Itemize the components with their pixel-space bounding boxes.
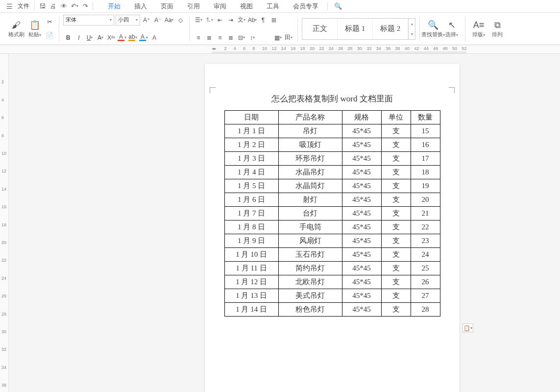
shrink-font-icon[interactable]: A⁻ [153, 15, 163, 25]
superscript-icon[interactable]: X²▾ [106, 32, 116, 43]
column-header[interactable]: 规格 [342, 111, 381, 124]
bullets-icon[interactable]: ☰▾ [194, 15, 203, 25]
tab-insert[interactable]: 插入 [127, 0, 154, 13]
align-left-icon[interactable]: ≡ [194, 32, 203, 43]
table-cell[interactable]: 19 [411, 179, 440, 193]
style-heading1[interactable]: 标题 1 [338, 19, 373, 39]
table-cell[interactable]: 水晶吊灯 [278, 166, 342, 179]
style-heading2[interactable]: 标题 2 [373, 19, 408, 39]
table-cell[interactable]: 16 [411, 138, 440, 152]
table-row[interactable]: 1 月 12 日北欧吊灯45*45支26 [224, 275, 440, 289]
table-cell[interactable]: 20 [411, 193, 440, 207]
arrange-button[interactable]: ⧉ 排列 [488, 19, 507, 38]
table-cell[interactable]: 环形吊灯 [278, 152, 342, 166]
table-cell[interactable]: 18 [411, 166, 440, 179]
table-cell[interactable]: 支 [381, 179, 411, 193]
show-marks-icon[interactable]: ¶ [258, 15, 268, 25]
column-header[interactable]: 单位 [381, 111, 411, 124]
styles-more[interactable]: ▴▾ [408, 19, 415, 39]
table-cell[interactable]: 45*45 [342, 124, 381, 138]
bold-icon[interactable]: B [63, 32, 73, 43]
redo-icon[interactable]: ↷ [80, 1, 91, 12]
table-cell[interactable]: 支 [381, 248, 411, 262]
style-body[interactable]: 正文 [302, 19, 338, 39]
table-cell[interactable]: 45*45 [342, 220, 381, 234]
table-cell[interactable]: 17 [411, 152, 440, 166]
table-header-row[interactable]: 日期 产品名称 规格 单位 数量 [224, 111, 440, 124]
save-icon[interactable]: 🖫 [37, 1, 48, 12]
table-cell[interactable]: 23 [411, 234, 440, 248]
tab-reference[interactable]: 引用 [180, 0, 207, 13]
table-cell[interactable]: 45*45 [342, 138, 381, 152]
table-cell[interactable]: 支 [381, 166, 411, 179]
table-cell[interactable]: 45*45 [342, 179, 381, 193]
borders-icon[interactable]: 田▾ [284, 32, 293, 43]
font-size-select[interactable]: 小四▾ [116, 15, 140, 25]
table-cell[interactable]: 45*45 [342, 207, 381, 220]
align-right-icon[interactable]: ≡ [215, 32, 225, 43]
hamburger-icon[interactable]: ☰ [4, 1, 15, 12]
table-cell[interactable]: 美式吊灯 [278, 289, 342, 303]
table-cell[interactable]: 吊灯 [278, 124, 342, 138]
table-cell[interactable]: 支 [381, 262, 411, 275]
italic-icon[interactable]: I [74, 32, 84, 43]
table-row[interactable]: 1 月 2 日吸顶灯45*45支16 [224, 138, 440, 152]
distribute-icon[interactable]: ⊟▾ [237, 32, 246, 43]
table-cell[interactable]: 支 [381, 234, 411, 248]
table-cell[interactable]: 吸顶灯 [278, 138, 342, 152]
undo-icon[interactable]: ↶▾ [69, 1, 80, 12]
table-cell[interactable]: 支 [381, 303, 411, 317]
align-justify-icon[interactable]: ≣ [226, 32, 236, 43]
table-cell[interactable]: 45*45 [342, 166, 381, 179]
align-center-icon[interactable]: ≣ [204, 32, 214, 43]
table-cell[interactable]: 22 [411, 220, 440, 234]
table-cell[interactable]: 支 [381, 207, 411, 220]
table-cell[interactable]: 1 月 5 日 [224, 179, 278, 193]
table-row[interactable]: 1 月 13 日美式吊灯45*45支27 [224, 289, 440, 303]
table-cell[interactable]: 45*45 [342, 193, 381, 207]
table-row[interactable]: 1 月 6 日射灯45*45支20 [224, 193, 440, 207]
table-cell[interactable]: 支 [381, 138, 411, 152]
copy-icon[interactable]: 📄 [44, 30, 55, 41]
change-case-icon[interactable]: Aa▾ [164, 15, 174, 25]
table-cell[interactable]: 1 月 8 日 [224, 220, 278, 234]
table-cell[interactable]: 射灯 [278, 193, 342, 207]
sort-icon[interactable]: Ab▾ [247, 15, 257, 25]
tab-page[interactable]: 页面 [154, 0, 180, 13]
char-shading-icon[interactable]: A▾ [139, 32, 148, 43]
tab-tools[interactable]: 工具 [260, 0, 286, 13]
table-row[interactable]: 1 月 5 日水晶筒灯45*45支19 [224, 179, 440, 193]
paste-button[interactable]: 📋 粘贴▾ [25, 19, 44, 38]
table-cell[interactable]: 1 月 14 日 [224, 303, 278, 317]
table-cell[interactable]: 玉石吊灯 [278, 248, 342, 262]
vertical-ruler[interactable]: 246810121416182022242628303234363840 [0, 54, 9, 392]
tabs-icon[interactable]: ⊞ [269, 15, 279, 25]
table-row[interactable]: 1 月 11 日简约吊灯45*45支25 [224, 262, 440, 275]
table-cell[interactable]: 台灯 [278, 207, 342, 220]
table-cell[interactable]: 粉色吊灯 [278, 303, 342, 317]
table-cell[interactable]: 1 月 7 日 [224, 207, 278, 220]
font-name-select[interactable]: 宋体▾ [63, 15, 114, 25]
print-icon[interactable]: 🖨 [48, 1, 58, 12]
select-button[interactable]: ↖ 选择▾ [442, 19, 461, 38]
table-cell[interactable]: 支 [381, 275, 411, 289]
tab-start[interactable]: 开始 [101, 0, 127, 13]
find-replace-button[interactable]: 🔍 查找替换▾ [424, 19, 442, 38]
table-row[interactable]: 1 月 14 日粉色吊灯45*45支28 [224, 303, 440, 317]
line-spacing-icon[interactable]: ↕▾ [247, 32, 257, 43]
table-cell[interactable]: 风扇灯 [278, 234, 342, 248]
table-row[interactable]: 1 月 4 日水晶吊灯45*45支18 [224, 166, 440, 179]
table-cell[interactable]: 水晶筒灯 [278, 179, 342, 193]
table-cell[interactable]: 简约吊灯 [278, 262, 342, 275]
column-header[interactable]: 产品名称 [278, 111, 342, 124]
decrease-indent-icon[interactable]: ⇤ [215, 15, 225, 25]
table-cell[interactable]: 1 月 10 日 [224, 248, 278, 262]
table-cell[interactable]: 26 [411, 275, 440, 289]
numbering-icon[interactable]: ⒈▾ [204, 15, 214, 25]
table-cell[interactable]: 45*45 [342, 303, 381, 317]
paste-options-icon[interactable]: 📋▾ [463, 323, 473, 332]
table-cell[interactable]: 15 [411, 124, 440, 138]
char-border-icon[interactable]: A [149, 32, 159, 43]
table-cell[interactable]: 1 月 12 日 [224, 275, 278, 289]
table-cell[interactable]: 28 [411, 303, 440, 317]
